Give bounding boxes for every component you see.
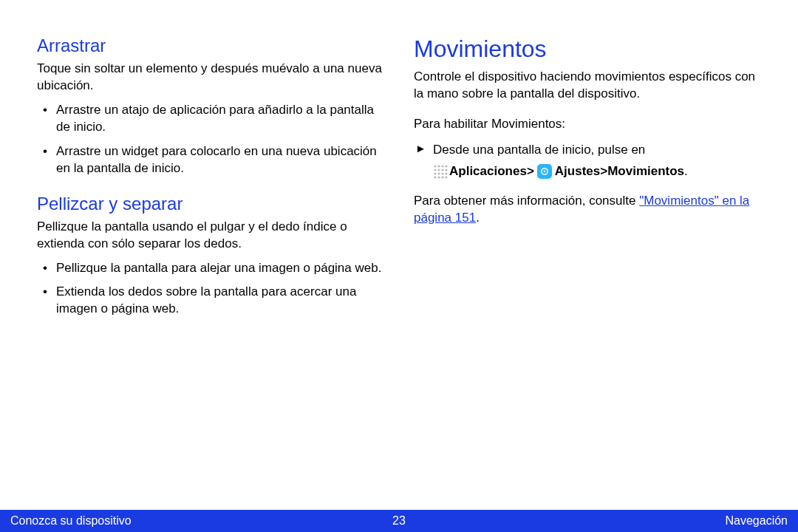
list-item: Arrastre un widget para colocarlo en una… xyxy=(37,143,384,177)
more-info: Para obtener más información, consulte "… xyxy=(414,193,761,227)
footer-right: Navegación xyxy=(726,514,788,528)
svg-point-14 xyxy=(441,176,443,178)
list-item: Pellizque la pantalla para alejar una im… xyxy=(37,260,384,277)
svg-point-4 xyxy=(434,168,436,171)
right-column: Movimientos Controle el dispositivo haci… xyxy=(414,35,761,502)
step-list: ► Desde una pantalla de inicio, pulse en… xyxy=(414,140,761,181)
path-sep1: > xyxy=(527,162,534,181)
pinch-list: Pellizque la pantalla para alejar una im… xyxy=(37,260,384,318)
footer-left: Conozca su dispositivo xyxy=(10,514,132,528)
list-item: Extienda los dedos sobre la pantalla par… xyxy=(37,284,384,318)
footer-bar: Conozca su dispositivo 23 Navegación xyxy=(0,510,798,532)
motions-intro: Controle el dispositivo haciendo movimie… xyxy=(414,69,761,103)
drag-intro: Toque sin soltar un elemento y después m… xyxy=(37,61,384,95)
step-path: Aplicaciones > Ajustes > Movimientos . xyxy=(414,162,761,181)
more-info-text: Para obtener más información, consulte xyxy=(414,194,639,208)
pinch-section: Pellizcar y separar Pellizque la pantall… xyxy=(37,194,384,318)
svg-point-17 xyxy=(543,171,545,173)
left-column: Arrastrar Toque sin soltar un elemento y… xyxy=(37,35,384,502)
apps-grid-icon xyxy=(433,164,448,179)
svg-point-1 xyxy=(437,165,440,167)
svg-point-2 xyxy=(441,165,443,167)
settings-gear-icon xyxy=(537,164,552,179)
svg-point-11 xyxy=(445,172,447,174)
svg-point-9 xyxy=(437,172,440,174)
footer-page-number: 23 xyxy=(392,514,406,528)
arrow-icon: ► xyxy=(415,140,426,157)
path-sep2: > xyxy=(600,162,607,181)
step-line: ► Desde una pantalla de inicio, pulse en xyxy=(414,140,761,160)
svg-point-3 xyxy=(445,165,447,167)
svg-point-8 xyxy=(434,172,436,174)
path-period: . xyxy=(684,162,688,181)
path-settings: Ajustes xyxy=(555,162,600,181)
pinch-intro: Pellizque la pantalla usando el pulgar y… xyxy=(37,219,384,253)
heading-motions: Movimientos xyxy=(414,35,761,63)
page-content: Arrastrar Toque sin soltar un elemento y… xyxy=(0,0,798,502)
heading-drag: Arrastrar xyxy=(37,35,384,56)
svg-point-10 xyxy=(441,172,443,174)
step-text: Desde una pantalla de inicio, pulse en xyxy=(433,143,645,157)
path-apps: Aplicaciones xyxy=(449,162,527,181)
svg-point-13 xyxy=(437,176,440,178)
drag-list: Arrastre un atajo de aplicación para aña… xyxy=(37,102,384,177)
heading-pinch: Pellizcar y separar xyxy=(37,194,384,214)
svg-point-15 xyxy=(445,176,447,178)
svg-point-12 xyxy=(434,176,436,178)
svg-point-7 xyxy=(445,168,447,171)
svg-point-0 xyxy=(434,165,436,167)
svg-point-5 xyxy=(437,168,440,171)
enable-intro: Para habilitar Movimientos: xyxy=(414,116,761,133)
path-motions: Movimientos xyxy=(607,162,684,181)
more-info-period: . xyxy=(476,211,480,225)
list-item: Arrastre un atajo de aplicación para aña… xyxy=(37,102,384,136)
svg-point-6 xyxy=(441,168,443,171)
